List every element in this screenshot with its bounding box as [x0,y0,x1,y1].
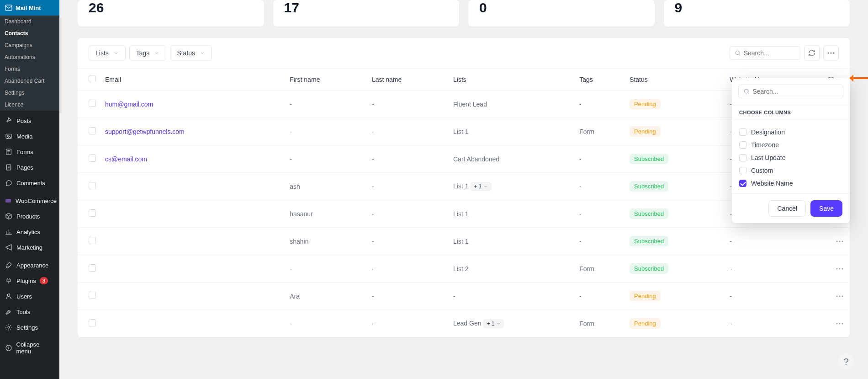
refresh-icon [808,49,815,57]
column-option[interactable]: Designation [739,126,842,139]
filter-button[interactable]: Tags [129,45,167,61]
filter-button[interactable]: Status [170,45,212,61]
stat-card: 17 [273,0,460,27]
row-more-button[interactable] [831,310,850,337]
row-more-button[interactable] [831,228,850,255]
option-checkbox[interactable] [739,167,746,174]
row-checkbox[interactable] [89,100,96,107]
row-checkbox[interactable] [89,209,96,217]
option-checkbox[interactable] [739,180,746,187]
menu-item[interactable]: Products [0,208,59,224]
menu-item[interactable]: Pages [0,160,59,175]
column-header[interactable]: Status [625,69,725,91]
svg-point-10 [6,345,11,351]
cell-email[interactable]: cs@email.com [101,145,285,173]
cell-last: - [367,118,449,145]
select-all-checkbox[interactable] [89,75,96,82]
cell-status: Subscribed [625,173,725,200]
callout-arrow [850,77,868,79]
column-option[interactable]: Custom [739,164,842,177]
search-input[interactable] [744,49,795,57]
column-header[interactable]: Tags [575,69,625,91]
row-more-button[interactable] [831,283,850,310]
menu-item[interactable]: Marketing [0,240,59,255]
submenu-item[interactable]: Campaigns [0,39,59,51]
menu-item[interactable]: Users [0,288,59,304]
cell-first: hasanur [285,200,367,228]
column-header[interactable]: Email [101,69,285,91]
table-row: shahin-List 1-Subscribed- [78,228,850,255]
cell-status: Subscribed [625,255,725,283]
column-option[interactable]: Last Update [739,151,842,164]
brand[interactable]: Mail Mint [0,0,59,16]
column-header[interactable]: Last name [367,69,449,91]
filter-button[interactable]: Lists [89,45,126,61]
column-header[interactable]: Lists [449,69,575,91]
chevron-down-icon [483,184,488,189]
menu-item[interactable]: Settings [0,320,59,335]
menu-item[interactable]: Plugins3 [0,273,59,288]
cell-email[interactable]: hum@gmail.com [101,91,285,118]
submenu-item[interactable]: Licence [0,99,59,111]
column-option[interactable]: Timezone [739,139,842,151]
search-box[interactable] [730,46,800,60]
menu-item[interactable]: Collapse menu [0,337,59,358]
menu-item[interactable]: Forms [0,144,59,160]
submenu-item[interactable]: Contacts [0,27,59,39]
column-option[interactable]: Website Name [739,177,842,190]
status-badge: Pending [630,291,661,301]
cell-status: Pending [625,283,725,310]
menu-item[interactable]: Media [0,128,59,144]
analytics-icon [5,228,12,235]
popover-search-input[interactable] [752,88,838,95]
cell-tags: - [575,228,625,255]
option-checkbox[interactable] [739,141,746,149]
chevron-down-icon [154,50,159,56]
submenu-item[interactable]: Abandoned Cart [0,75,59,87]
row-checkbox[interactable] [89,127,96,134]
submenu-item[interactable]: Automations [0,51,59,63]
option-checkbox[interactable] [739,154,746,161]
menu-item[interactable]: Appearance [0,257,59,273]
submenu-item[interactable]: Settings [0,87,59,99]
plugin-icon [5,277,12,284]
lists-more-pill[interactable]: + 1 [483,319,504,328]
row-checkbox[interactable] [89,319,96,326]
column-header[interactable]: First name [285,69,367,91]
cell-email[interactable]: support@getwpfunnels.com [101,118,285,145]
help-button[interactable]: ? [838,353,854,370]
popover-search[interactable] [738,85,843,98]
svg-point-9 [8,326,10,328]
cancel-button[interactable]: Cancel [768,200,806,217]
brush-icon [5,262,12,269]
save-button[interactable]: Save [810,200,842,217]
row-checkbox[interactable] [89,182,96,189]
menu-item[interactable]: Posts [0,113,59,128]
menu-item[interactable]: Analytics [0,224,59,240]
cell-last: - [367,283,449,310]
forms-icon [5,148,12,155]
status-badge: Subscribed [630,181,668,192]
marketing-icon [5,244,12,251]
row-checkbox[interactable] [89,155,96,162]
menu-item[interactable]: Tools [0,304,59,320]
stat-value: 9 [675,0,839,16]
refresh-button[interactable] [804,45,820,61]
search-icon [743,88,750,95]
row-checkbox[interactable] [89,237,96,244]
row-checkbox[interactable] [89,292,96,299]
row-more-button[interactable] [831,255,850,283]
submenu-item[interactable]: Forms [0,63,59,75]
row-checkbox[interactable] [89,264,96,272]
cell-lists: Fluent Lead [449,91,575,118]
lists-more-pill[interactable]: + 1 [470,182,492,191]
option-checkbox[interactable] [739,128,746,136]
svg-point-33 [836,268,838,269]
cell-email [101,310,285,337]
submenu-item[interactable]: Dashboard [0,16,59,27]
menu-item[interactable]: Comments [0,175,59,191]
svg-point-43 [744,89,748,93]
cell-status: Subscribed [625,145,725,173]
menu-item[interactable]: WooCommerce [0,193,59,208]
more-button[interactable] [823,45,839,61]
